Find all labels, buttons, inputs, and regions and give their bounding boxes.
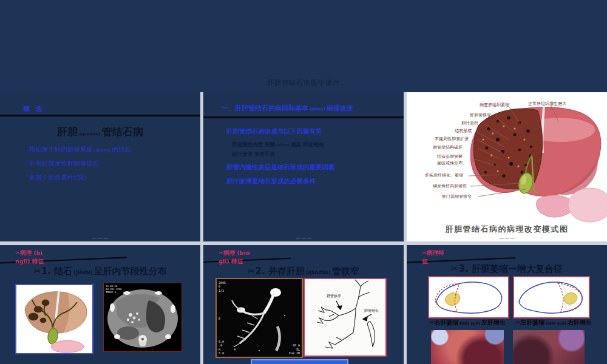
slide1-header: 概 念 [23, 104, 44, 113]
overlay-line: 5.0 [219, 351, 224, 355]
diagram-label: 胆管壁结构破坏 [433, 144, 463, 150]
tag-line: glǐ) 特征 [219, 257, 285, 266]
diagram-label: 病变肝组织萎缩 [480, 102, 509, 108]
title-text: ✂1. 结石 [33, 266, 72, 277]
ct-overlay-text: 11:05:16 04-JUL-1996 IMAGE 4 [106, 285, 122, 294]
slide-gap [200, 92, 203, 364]
title-pinyin: (jiéshí) [73, 270, 92, 275]
stenosis-label: 肝管狭窄 [327, 294, 341, 299]
slide-6-atrophy-hypertrophy[interactable]: ✂病理特 征 ✂3. 肝脏萎缩一增大复合征 ✂右肝萎缩(wěi suō)左肝增生… [407, 245, 607, 364]
liver-pathology-illustration [407, 92, 607, 241]
diagram-caption-left: ✂右肝萎缩(wěi suō)左肝增生 [419, 318, 516, 327]
title-text: ✂2. 并存肝胆 [248, 266, 305, 277]
tag-line: nglǐ) 特征 [15, 257, 82, 266]
caption-text: 左肝增生 [481, 319, 506, 326]
bullet-pinyin: (xìtǒng) [94, 148, 110, 153]
title-text: 呈肝内节段性分布 [94, 266, 167, 277]
header-text: 病理改变 [327, 104, 353, 112]
mrcp-overlay-topleft: 2005 0 1/1 [219, 281, 226, 292]
slide-sorter-canvas: 肝胆管结石病医学课件 概 念 肝胆(gāndǎn)管结石病 指始发于肝内胆管系统… [0, 0, 607, 364]
header-pinyin: (jīběn) [310, 107, 325, 112]
ct-overlay-line: IMAGE 4 [106, 291, 122, 294]
ct-scan-image: 11:05:16 04-JUL-1996 IMAGE 4 [103, 283, 182, 352]
mrcp-overlay-bottomleft: 0.0 .0 H 5.0 [219, 340, 224, 355]
diagram-caption-right: ✂左肝萎缩(wěi suō)右肝增生 [505, 318, 602, 327]
caption-text: ✂右肝萎缩 [429, 319, 458, 326]
slide-3-pathology-diagram[interactable]: 病变肝组织萎缩 正常肝组织增生肥大 肝胆管狭窄 胆汁淤积 结石形成 不规则性胆管… [407, 92, 607, 241]
deck-title-watermark: 肝胆管结石病医学课件 [0, 78, 607, 87]
diagram-caption: 肝胆管结石病的病理改变模式图 [407, 224, 607, 235]
caption-pinyin: (wěi suō) [546, 321, 566, 326]
liver-outline-diagram-right-atrophy [428, 276, 509, 318]
title-pinyin: (gāndǎn) [79, 131, 101, 136]
slide5-section-tag: ✂病理 (bìn glǐ) 特征 [219, 249, 285, 266]
footer-mark [93, 238, 108, 239]
diagram-label: 肝门部胆管狭窄 [442, 194, 472, 200]
liver-illustration-image [15, 284, 93, 354]
mrcp-image: 2005 0 1/1 8 0.0 .0 H 5.0 SP A SL FoV 2M [215, 278, 303, 358]
diagram-label: 不规则性胆管扩张 [435, 136, 469, 142]
bullet-item: 胆管内慢性炎症是结石形成的重要因素 [226, 163, 335, 172]
overlay-line: 1/1 [219, 289, 226, 292]
sub-bullet-item: 胆汁淤滞 营养不良 [232, 151, 335, 158]
slide-5-duct-stenosis[interactable]: ✂病理 (bìn glǐ) 特征 ✂2. 并存肝胆(gāndǎn)管狭窄 [203, 245, 404, 364]
diagram-label: 肝胆管狭窄 [470, 112, 491, 118]
stone-label: 胆管结石 [364, 308, 379, 314]
liver-drawing [16, 285, 92, 353]
surgical-photo-left [431, 330, 504, 364]
diagram-label: 呈区域性分布 [437, 160, 463, 166]
title-text: 管结石病 [102, 126, 143, 138]
liver-outline-diagram-left-atrophy [513, 276, 590, 318]
duct-line-drawing: 肝管狭窄 胆管结石 [304, 278, 387, 357]
header-divider-line [0, 115, 200, 116]
slide2-header: 一、肝胆管结石的病因和基本(jīběn)病理改变 [222, 104, 353, 113]
outline-drawing [429, 277, 508, 317]
sub-bullet-item: 胆道慢性炎症 细菌(xìjūn)感染 胆道蛔虫 [232, 141, 335, 149]
slide-2-etiology[interactable]: 一、肝胆管结石的病因和基本(jīběn)病理改变 肝胆管结石的形成与以下因素有关… [203, 92, 404, 241]
diagram-label: 结石沿胆管树 [437, 153, 463, 160]
tag-line: ✂病理 (bì [15, 249, 82, 257]
overlay-line: FoV 2M [289, 351, 300, 355]
bullet-item: 不包括继发性肝胆管结石 [29, 160, 131, 168]
sub-pinyin: (xìjūn) [276, 143, 290, 147]
slide-1-concept[interactable]: 概 念 肝胆(gāndǎn)管结石病 指始发于肝内胆管系统(xìtǒng)的结石… [0, 92, 200, 241]
slide-gap [404, 92, 407, 364]
slide4-section-tag: ✂病理 (bì nglǐ) 特征 [15, 249, 82, 266]
footer-mark [500, 238, 515, 239]
slide-4-stone-distribution[interactable]: ✂病理 (bì nglǐ) 特征 ✂1. 结石(jiéshí)呈肝内节段性分布 [0, 245, 200, 364]
sub-text: 感染 胆道蛔虫 [291, 141, 324, 147]
tag-line: ✂病理 (bìn [219, 249, 285, 257]
bullet-item: 多属于胆色素性结石 [29, 174, 131, 182]
header-divider-line [203, 116, 404, 118]
slide1-bullets: 指始发于肝内胆管系统(xìtǒng)的结石 不包括继发性肝胆管结石 多属于胆色素… [29, 146, 131, 187]
bullet-text: 的结石 [112, 146, 131, 153]
diagram-label: 胆汁淤积 [461, 120, 478, 126]
tag-line: ✂病理特 [422, 249, 489, 257]
slide1-title: 肝胆(gāndǎn)管结石病 [0, 125, 200, 139]
title-text: 管狭窄 [332, 266, 359, 277]
title-text: 肝胆 [57, 126, 78, 138]
slide4-title: ✂1. 结石(jiéshí)呈肝内节段性分布 [0, 266, 200, 277]
diagram-label: 结石形成 [455, 128, 472, 134]
mrcp-overlay-bottomright: SP A SL FoV 2M [289, 343, 300, 355]
mrcp-overlay-left: 8 [219, 317, 220, 320]
caption-text: ✂左肝萎缩 [515, 319, 544, 326]
bullet-item: 胆汁淤滞是结石形成的必要条件 [226, 177, 335, 186]
bullet-text: 指始发于肝内胆管系统 [29, 146, 93, 153]
diagram-label: 肝实质纤维化、萎缩 [425, 172, 463, 178]
diagram-label: 正常肝组织增生肥大 [528, 101, 566, 107]
sub-text: 胆道慢性炎症 细菌 [232, 141, 275, 147]
diagram-label: 继发性肝内胆管癌 [433, 183, 467, 189]
bullet-item: 肝胆管结石的形成与以下因素有关 [226, 127, 335, 136]
caption-text: 右肝增生 [568, 319, 592, 326]
footer-mark [296, 238, 311, 239]
bullet-item: 指始发于肝内胆管系统(xìtǒng)的结石 [29, 146, 131, 154]
title-pinyin: (gāndǎn) [306, 270, 331, 275]
slide-gap [0, 241, 607, 245]
outline-drawing [514, 277, 589, 317]
duct-tree-drawing [305, 279, 385, 356]
surgical-photo-right [513, 330, 585, 364]
slide5-title: ✂2. 并存肝胆(gāndǎn)管狭窄 [203, 266, 404, 277]
caption-pinyin: (wěi suō) [459, 321, 480, 326]
header-text: 一、肝胆管结石的病因和基本 [222, 104, 308, 112]
